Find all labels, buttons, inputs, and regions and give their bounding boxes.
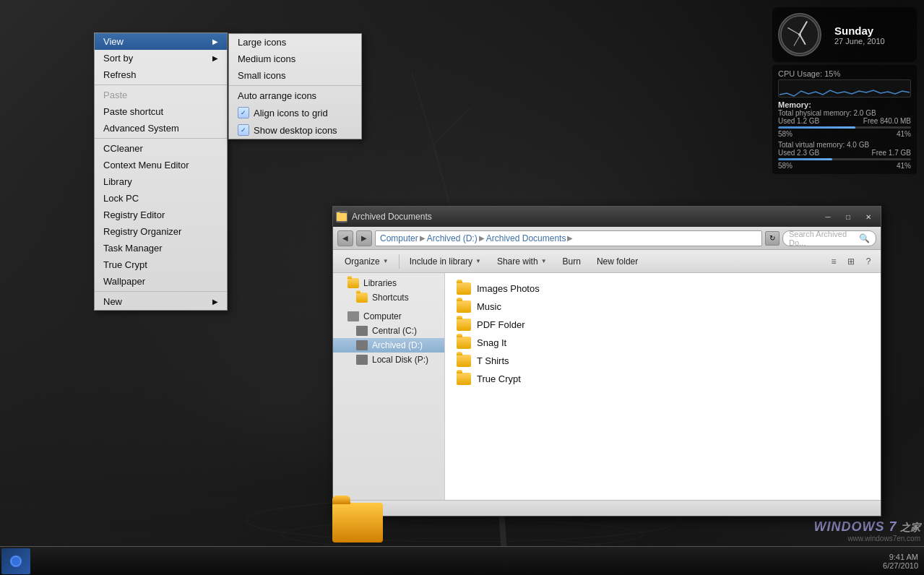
file-item-1[interactable]: Music <box>452 298 873 315</box>
organize-dropdown-icon: ▼ <box>383 258 389 264</box>
file-item-5[interactable]: True Crypt <box>452 371 873 387</box>
sep-icon-3: ▶ <box>567 234 573 242</box>
file-folder-icon-1 <box>457 301 471 313</box>
context-menu-refresh[interactable]: Refresh <box>95 66 227 83</box>
search-box[interactable]: Search Archived Do... 🔍 <box>782 230 876 246</box>
organize-button[interactable]: Organize ▼ <box>337 253 396 270</box>
include-library-button[interactable]: Include in library ▼ <box>402 253 488 270</box>
task-manager-label: Task Manager <box>103 243 163 254</box>
new-folder-button[interactable]: New folder <box>590 253 645 270</box>
svg-rect-21 <box>337 212 340 215</box>
separator-2 <box>95 138 227 139</box>
title-bar-icon <box>336 211 347 222</box>
nav-item-local[interactable]: Local Disk (P:) <box>333 353 444 367</box>
library-dropdown-icon: ▼ <box>475 258 481 264</box>
context-menu-editor[interactable]: Context Menu Editor <box>95 157 227 173</box>
submenu-auto-arrange[interactable]: Auto arrange icons <box>229 87 361 104</box>
context-menu-true-crypt[interactable]: True Crypt <box>95 256 227 273</box>
clock-date: Sunday 27 June, 2010 <box>834 25 885 46</box>
wallpaper-label: Wallpaper <box>103 276 145 287</box>
toolbar-sep-1 <box>399 254 400 269</box>
new-arrow-icon: ▶ <box>212 298 218 306</box>
context-menu-wallpaper[interactable]: Wallpaper <box>95 273 227 290</box>
file-folder-icon-0 <box>457 282 471 295</box>
context-menu-lock-pc[interactable]: Lock PC <box>95 190 227 207</box>
submenu-medium-icons[interactable]: Medium icons <box>229 51 361 67</box>
title-bar: Archived Documents ─ □ ✕ <box>333 207 881 227</box>
separator-3 <box>95 291 227 292</box>
context-menu-library[interactable]: Library <box>95 173 227 190</box>
new-label: New <box>103 296 122 307</box>
view-details-button[interactable]: ≡ <box>826 254 842 269</box>
nav-item-central[interactable]: Central (C:) <box>333 324 444 338</box>
nav-item-shortcuts[interactable]: Shortcuts <box>333 290 444 305</box>
submenu-small-icons[interactable]: Small icons <box>229 67 361 84</box>
address-computer: Computer <box>380 233 418 243</box>
memory-label: Memory: <box>778 100 911 109</box>
taskbar: 9:41 AM 6/27/2010 <box>0 546 924 575</box>
address-bar[interactable]: Computer ▶ Archived (D:) ▶ Archived Docu… <box>375 230 762 246</box>
burn-button[interactable]: Burn <box>556 253 588 270</box>
svg-point-12 <box>781 16 819 53</box>
view-arrow-icon: ▶ <box>212 38 218 46</box>
share-with-button[interactable]: Share with ▼ <box>490 253 554 270</box>
total-virtual: Total virtual memory: 4.0 GB <box>778 141 911 149</box>
clock-widget: Sunday 27 June, 2010 <box>772 7 917 62</box>
nav-item-computer[interactable]: Computer <box>333 309 444 324</box>
address-refresh-button[interactable]: ↻ <box>765 231 780 246</box>
title-bar-buttons: ─ □ ✕ <box>819 209 878 224</box>
context-menu-registry-editor[interactable]: Registry Editor <box>95 207 227 223</box>
large-icons-label: Large icons <box>238 37 286 48</box>
computer-label: Computer <box>363 311 402 321</box>
align-grid-label: Align icons to grid <box>254 108 328 118</box>
view-tiles-button[interactable]: ⊞ <box>843 254 859 269</box>
file-item-0[interactable]: Images Photos <box>452 280 873 297</box>
context-menu-ccleaner[interactable]: CCleaner <box>95 140 227 157</box>
view-help-button[interactable]: ? <box>860 254 876 269</box>
back-button[interactable]: ◀ <box>337 230 353 246</box>
context-menu-paste-shortcut[interactable]: Paste shortcut <box>95 103 227 120</box>
status-bar: 6 items <box>333 500 881 516</box>
svg-point-15 <box>798 33 801 36</box>
nav-item-libraries[interactable]: Libraries <box>333 276 444 290</box>
submenu-sep-1 <box>229 85 361 86</box>
file-item-2[interactable]: PDF Folder <box>452 316 873 333</box>
context-menu-view[interactable]: View ▶ <box>95 33 227 50</box>
used-virtual: Used 2.3 GB <box>778 149 819 157</box>
file-name-3: Snag It <box>477 337 506 348</box>
archived-label: Archived (D:) <box>372 340 423 350</box>
title-bar-title: Archived Documents <box>352 212 817 222</box>
context-menu-task-manager[interactable]: Task Manager <box>95 240 227 256</box>
win7-logo-text: WINDOWS 7 <box>814 519 897 534</box>
forward-button[interactable]: ▶ <box>356 230 372 246</box>
shortcuts-folder-icon <box>356 293 368 303</box>
nav-item-archived[interactable]: Archived (D:) <box>333 338 444 353</box>
memory-bar <box>778 126 911 129</box>
toolbar-view-buttons: ≡ ⊞ ? <box>826 254 876 269</box>
context-menu-advanced-system[interactable]: Advanced System <box>95 120 227 137</box>
context-menu-new[interactable]: New ▶ <box>95 293 227 310</box>
submenu-show-desktop[interactable]: ✓ Show desktop icons <box>229 121 361 139</box>
file-folder-icon-2 <box>457 319 471 331</box>
submenu-large-icons[interactable]: Large icons <box>229 34 361 51</box>
file-area: Images Photos Music PDF Folder Snag It T… <box>445 273 881 500</box>
advanced-system-label: Advanced System <box>103 123 179 134</box>
file-item-3[interactable]: Snag It <box>452 334 873 351</box>
close-button[interactable]: ✕ <box>859 209 878 224</box>
win7-url: www.windows7en.com <box>814 535 920 542</box>
context-menu-registry-organizer[interactable]: Registry Organizer <box>95 223 227 240</box>
context-menu-sort[interactable]: Sort by ▶ <box>95 50 227 66</box>
start-button[interactable] <box>1 548 30 574</box>
total-physical: Total physical memory: 2.0 GB <box>778 109 911 117</box>
sep-icon-1: ▶ <box>420 234 426 242</box>
maximize-button[interactable]: □ <box>839 209 858 224</box>
svg-line-7 <box>433 108 470 144</box>
file-item-4[interactable]: T Shirts <box>452 353 873 369</box>
view-label: View <box>103 36 124 47</box>
free-pct: 41% <box>897 130 911 138</box>
file-name-2: PDF Folder <box>477 319 524 330</box>
minimize-button[interactable]: ─ <box>819 209 837 224</box>
search-icon: 🔍 <box>859 233 870 243</box>
medium-icons-label: Medium icons <box>238 53 295 64</box>
submenu-align-grid[interactable]: ✓ Align icons to grid <box>229 104 361 121</box>
